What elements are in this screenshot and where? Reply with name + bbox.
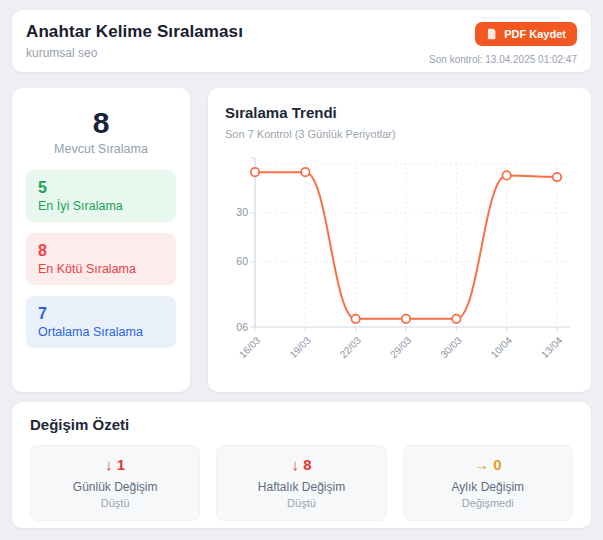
svg-text:19/03: 19/03: [287, 334, 313, 360]
daily-change-value: ↓ 1: [39, 456, 191, 473]
down-arrow-icon: ↓: [291, 456, 299, 473]
worst-rank-value: 8: [38, 242, 164, 260]
pdf-file-icon: [486, 28, 498, 40]
worst-rank-box: 8 En Kötü Sıralama: [26, 233, 176, 285]
weekly-change-value: ↓ 8: [225, 456, 377, 473]
best-rank-box: 5 En İyi Sıralama: [26, 170, 176, 222]
svg-text:22/03: 22/03: [338, 334, 364, 360]
best-rank-label: En İyi Sıralama: [38, 199, 164, 213]
change-summary-card: Değişim Özeti ↓ 1 Günlük Değişim Düştü ↓…: [12, 402, 591, 528]
change-summary-grid: ↓ 1 Günlük Değişim Düştü ↓ 8 Haftalık De…: [30, 445, 573, 521]
monthly-change-box: → 0 Aylık Değişim Değişmedi: [403, 445, 573, 521]
daily-change-box: ↓ 1 Günlük Değişim Düştü: [30, 445, 200, 521]
current-rank-value: 8: [26, 106, 176, 140]
current-rank-label: Mevcut Sıralama: [26, 142, 176, 156]
monthly-change-value: → 0: [412, 456, 564, 473]
chart-area: 30600616/0319/0322/0329/0330/0310/0413/0…: [225, 150, 574, 366]
weekly-change-status: Düştü: [225, 497, 377, 509]
rank-trend-line-chart: 30600616/0319/0322/0329/0330/0310/0413/0…: [225, 150, 572, 362]
down-arrow-icon: ↓: [105, 456, 113, 473]
svg-text:30/03: 30/03: [438, 334, 464, 360]
weekly-change-label: Haftalık Değişim: [225, 480, 377, 494]
trend-chart-card: Sıralama Trendi Son 7 Kontrol (3 Günlük …: [208, 88, 591, 392]
header-titles: Anahtar Kelime Sıralaması kurumsal seo: [26, 22, 243, 60]
weekly-change-number: 8: [303, 456, 311, 473]
keyword-subtitle: kurumsal seo: [26, 46, 243, 60]
chart-subtitle: Son 7 Kontrol (3 Günlük Periyotlar): [225, 128, 574, 140]
best-rank-value: 5: [38, 179, 164, 197]
right-arrow-icon: →: [474, 456, 489, 473]
daily-change-number: 1: [117, 456, 125, 473]
chart-title: Sıralama Trendi: [225, 104, 574, 121]
change-summary-heading: Değişim Özeti: [30, 416, 573, 433]
average-rank-label: Ortalama Sıralama: [38, 325, 164, 339]
dashboard-page: Anahtar Kelime Sıralaması kurumsal seo P…: [0, 0, 603, 538]
svg-text:16/03: 16/03: [237, 334, 263, 360]
monthly-change-number: 0: [493, 456, 501, 473]
svg-text:60: 60: [236, 255, 248, 267]
weekly-change-box: ↓ 8 Haftalık Değişim Düştü: [216, 445, 386, 521]
svg-text:06: 06: [236, 321, 248, 333]
pdf-save-label: PDF Kaydet: [504, 28, 566, 40]
last-check-timestamp: Son kontrol: 13.04.2025 01:02:47: [429, 54, 577, 65]
svg-text:13/04: 13/04: [539, 334, 565, 360]
average-rank-value: 7: [38, 305, 164, 323]
daily-change-status: Düştü: [39, 497, 191, 509]
worst-rank-label: En Kötü Sıralama: [38, 262, 164, 276]
header-card: Anahtar Kelime Sıralaması kurumsal seo P…: [12, 10, 591, 72]
monthly-change-status: Değişmedi: [412, 497, 564, 509]
page-title: Anahtar Kelime Sıralaması: [26, 22, 243, 42]
pdf-save-button[interactable]: PDF Kaydet: [475, 22, 577, 46]
daily-change-label: Günlük Değişim: [39, 480, 191, 494]
ranking-stats-card: 8 Mevcut Sıralama 5 En İyi Sıralama 8 En…: [12, 88, 190, 392]
header-actions: PDF Kaydet Son kontrol: 13.04.2025 01:02…: [429, 22, 577, 65]
svg-text:29/03: 29/03: [388, 334, 414, 360]
monthly-change-label: Aylık Değişim: [412, 480, 564, 494]
svg-text:30: 30: [236, 206, 248, 218]
average-rank-box: 7 Ortalama Sıralama: [26, 296, 176, 348]
svg-text:10/04: 10/04: [489, 334, 515, 360]
